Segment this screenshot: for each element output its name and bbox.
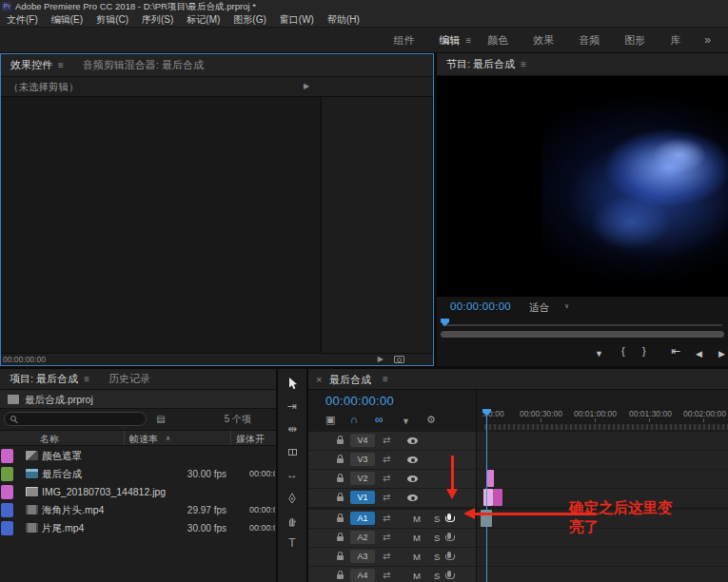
timeline-clip[interactable]	[487, 470, 494, 487]
tab-history[interactable]: 历史记录	[99, 372, 160, 386]
add-marker-icon[interactable]: ▼	[402, 415, 410, 428]
label-chip[interactable]	[1, 521, 13, 535]
timeline-timecode[interactable]: 00:00:00:00	[325, 394, 394, 408]
track-output-eye-icon[interactable]	[407, 456, 418, 463]
sync-lock-icon[interactable]: ⇄	[383, 434, 390, 447]
slip-tool[interactable]: ↔	[278, 464, 306, 485]
add-marker-button[interactable]: ▼	[595, 346, 603, 361]
tab-sequence[interactable]: 最后合成	[329, 373, 371, 386]
audio-track-lane[interactable]	[477, 567, 728, 582]
label-chip[interactable]	[1, 467, 13, 481]
solo-button[interactable]: S	[434, 513, 440, 525]
play-icon[interactable]: ▶	[378, 355, 384, 363]
go-to-in-button[interactable]: ⇤	[671, 343, 680, 359]
track-target-badge[interactable]: V4	[350, 434, 375, 447]
item-name[interactable]: 颜色遮罩	[42, 447, 82, 465]
voiceover-record-icon[interactable]	[447, 514, 451, 520]
mute-button[interactable]: M	[413, 570, 421, 582]
item-name[interactable]: 海角片头.mp4	[42, 501, 104, 519]
panel-menu-icon[interactable]: ≡	[58, 60, 64, 70]
track-target-badge[interactable]: V2	[350, 472, 375, 485]
project-item-row[interactable]: 最后合成 30.00 fps 00:00:0	[0, 465, 276, 483]
workspace-tab-audio[interactable]: 音频	[566, 28, 612, 52]
column-name[interactable]: 名称	[40, 433, 59, 446]
timeline-track-area[interactable]: :00:00 00:00:30:00 00:01:00:00 00:01:30:…	[477, 369, 728, 582]
timeline-clip[interactable]	[483, 489, 493, 506]
timeline-settings-icon[interactable]: ⚙	[426, 413, 436, 426]
track-lock-icon[interactable]	[337, 574, 344, 579]
video-track-lane[interactable]	[477, 451, 728, 469]
video-track-lane[interactable]	[477, 432, 728, 450]
sync-lock-icon[interactable]: ⇄	[383, 550, 390, 563]
label-chip[interactable]	[1, 485, 13, 499]
nest-toggle-icon[interactable]: ▣	[325, 413, 335, 426]
track-lock-icon[interactable]	[337, 555, 344, 560]
solo-button[interactable]: S	[434, 570, 440, 582]
panel-menu-icon[interactable]: ≡	[84, 374, 89, 384]
menu-item-sequence[interactable]: 序列(S)	[135, 13, 180, 27]
program-zoom-scrollbar[interactable]	[441, 331, 724, 338]
track-target-badge[interactable]: V3	[350, 453, 375, 466]
column-framerate[interactable]: 帧速率	[129, 433, 158, 446]
mark-out-button[interactable]: }	[642, 343, 646, 359]
track-select-forward-tool[interactable]: ⇥	[278, 396, 306, 417]
solo-button[interactable]: S	[434, 532, 440, 544]
workspace-overflow-icon[interactable]: »	[693, 33, 728, 47]
project-item-row[interactable]: IMG_20180703_144812.jpg	[0, 483, 276, 501]
play-button[interactable]: ▶	[718, 346, 725, 361]
tab-project[interactable]: 项目: 最后合成≡	[0, 372, 99, 386]
item-name[interactable]: 最后合成	[42, 465, 82, 483]
project-item-row[interactable]: 海角片头.mp4 29.97 fps 00:00:0	[0, 501, 276, 519]
step-back-button[interactable]: ◀	[696, 346, 702, 361]
menu-item-edit[interactable]: 编辑(E)	[45, 13, 89, 27]
mute-button[interactable]: M	[413, 513, 421, 525]
menu-item-file[interactable]: 文件(F)	[0, 13, 45, 27]
voiceover-record-icon[interactable]	[447, 552, 451, 558]
track-output-eye-icon[interactable]	[407, 495, 418, 501]
workspace-tab-editing[interactable]: 编辑≡	[426, 28, 475, 53]
workspace-tab-libraries[interactable]: 库	[658, 28, 693, 52]
sync-lock-icon[interactable]: ⇄	[383, 453, 390, 466]
project-root-row[interactable]: 最后合成.prproj	[0, 390, 276, 409]
close-icon[interactable]: ×	[316, 373, 322, 386]
project-item-row[interactable]: 片尾.mp4 30.00 fps 00:00:0	[0, 519, 276, 537]
track-lock-icon[interactable]	[337, 536, 344, 541]
audio-track-lane[interactable]	[477, 548, 728, 566]
workspace-tab-graphics[interactable]: 图形	[612, 28, 658, 52]
selection-tool[interactable]	[278, 373, 306, 394]
panel-menu-icon[interactable]: ≡	[521, 59, 526, 69]
list-view-icon[interactable]: ▤	[152, 412, 169, 426]
track-target-badge[interactable]: A1	[350, 512, 375, 525]
label-chip[interactable]	[1, 449, 13, 463]
panel-menu-icon[interactable]: ≡	[383, 374, 388, 385]
track-lock-icon[interactable]	[337, 496, 344, 501]
workspace-tab-components[interactable]: 组件	[381, 28, 426, 52]
menu-item-help[interactable]: 帮助(H)	[321, 13, 366, 27]
track-output-eye-icon[interactable]	[407, 475, 418, 482]
video-track-lane[interactable]	[477, 470, 728, 488]
track-output-eye-icon[interactable]	[407, 437, 418, 444]
hand-tool[interactable]	[278, 510, 306, 531]
project-item-row[interactable]: 颜色遮罩	[0, 447, 276, 465]
mark-in-button[interactable]: {	[621, 343, 625, 359]
track-target-badge[interactable]: A2	[350, 531, 375, 544]
track-target-badge[interactable]: A4	[350, 569, 375, 582]
razor-tool[interactable]	[278, 441, 306, 462]
solo-button[interactable]: S	[434, 551, 440, 563]
menu-item-window[interactable]: 窗口(W)	[273, 13, 321, 27]
menu-item-graphics[interactable]: 图形(G)	[226, 13, 272, 27]
column-media-start[interactable]: 媒体开	[236, 433, 265, 446]
collapse-arrow-icon[interactable]: ▶	[304, 83, 309, 90]
project-column-header[interactable]: 名称 帧速率 ∧ 媒体开	[0, 430, 276, 446]
label-chip[interactable]	[1, 503, 13, 517]
sync-lock-icon[interactable]: ⇄	[383, 472, 390, 485]
sync-lock-icon[interactable]: ⇄	[383, 569, 390, 582]
tab-program-monitor[interactable]: 节目: 最后合成≡	[437, 57, 536, 71]
voiceover-record-icon[interactable]	[447, 571, 451, 577]
voiceover-record-icon[interactable]	[447, 533, 451, 539]
item-name[interactable]: IMG_20180703_144812.jpg	[42, 483, 166, 501]
program-scrubber[interactable]	[443, 324, 722, 326]
sync-lock-icon[interactable]: ⇄	[383, 531, 390, 544]
sync-lock-icon[interactable]: ⇄	[383, 512, 390, 525]
track-target-badge[interactable]: V1	[350, 491, 375, 504]
